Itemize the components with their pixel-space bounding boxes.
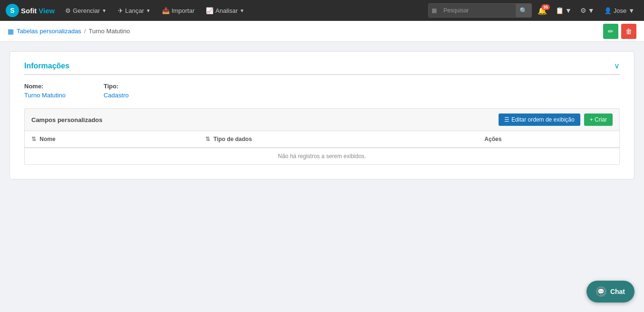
nav-gerenciar[interactable]: ⚙ Gerenciar ▼ [60,0,111,21]
brand-sofit: Sofit [21,7,37,15]
sort-icon: ⇅ [205,136,210,142]
caret-down-icon: ▼ [102,8,106,13]
clipboard-button[interactable]: 📋 ▼ [553,5,575,16]
grid-icon: ▦ [429,7,440,14]
import-icon: 📥 [162,7,170,14]
table-header-row: ⇅ Nome ⇅ Tipo de dados Ações [25,131,619,148]
chat-button[interactable]: 💬 Chat [586,281,634,303]
search-box: ▦ 🔍 [428,3,532,18]
brand: S Sofit View [6,4,55,17]
navbar-right: ▦ 🔍 🔔 35 📋 ▼ ⚙ ▼ 👤 Jose ▼ [428,3,638,18]
info-header: Informações ∨ [24,61,620,75]
breadcrumb-link[interactable]: Tabelas personalizadas [17,28,81,35]
th-name: ⇅ Nome [25,131,199,148]
brand-icon: S [6,4,19,17]
user-menu-button[interactable]: 👤 Jose ▼ [600,5,638,16]
th-actions: Ações [478,131,619,148]
create-button[interactable]: + Criar [584,113,613,126]
breadcrumb-actions: ✏ 🗑 [603,24,636,39]
launch-icon: ✈ [118,7,123,14]
sort-icon: ⇅ [31,136,36,142]
table-body: Não há registros a serem exibidos. [25,148,619,164]
info-fields: Nome: Turno Matutino Tipo: Cadastro [24,83,620,99]
info-title: Informações [24,62,69,70]
caret-down-icon: ▼ [628,7,634,14]
main-content: Informações ∨ Nome: Turno Matutino Tipo:… [0,42,644,189]
campos-title: Campos personalizados [31,116,103,123]
campos-actions: ☰ Editar ordem de exibição + Criar [499,113,613,126]
nav-lancar[interactable]: ✈ Lançar ▼ [113,0,155,21]
data-table: ⇅ Nome ⇅ Tipo de dados Ações [25,131,619,164]
search-button[interactable]: 🔍 [516,4,531,17]
type-value: Cadastro [104,92,129,99]
breadcrumb-separator: / [84,28,86,35]
name-value: Turno Matutino [24,92,66,99]
chevron-down-icon[interactable]: ∨ [614,61,620,70]
caret-down-icon: ▼ [146,8,151,13]
name-label: Nome: [24,83,66,90]
campos-section: Campos personalizados ☰ Editar ordem de … [24,108,620,165]
caret-down-icon: ▼ [240,8,244,13]
chat-icon: 💬 [596,286,606,297]
navbar: S Sofit View ⚙ Gerenciar ▼ ✈ Lançar ▼ 📥 … [0,0,644,21]
campos-header: Campos personalizados ☰ Editar ordem de … [25,109,619,131]
empty-message: Não há registros a serem exibidos. [25,148,619,164]
info-field-type: Tipo: Cadastro [104,83,129,99]
order-icon: ☰ [504,116,509,123]
table-head: ⇅ Nome ⇅ Tipo de dados Ações [25,131,619,148]
delete-button[interactable]: 🗑 [621,24,636,39]
caret-down-icon: ▼ [565,7,572,14]
caret-down-icon: ▼ [588,7,595,14]
edit-button[interactable]: ✏ [603,24,618,39]
nav-analisar[interactable]: 📈 Analisar ▼ [201,0,249,21]
info-field-name: Nome: Turno Matutino [24,83,66,99]
nav-importar[interactable]: 📥 Importar [157,0,199,21]
notification-badge: 35 [541,4,550,10]
table-container: ⇅ Nome ⇅ Tipo de dados Ações [25,131,619,164]
brand-view: View [38,7,55,15]
search-input[interactable] [440,5,516,16]
type-label: Tipo: [104,83,129,90]
table-empty-row: Não há registros a serem exibidos. [25,148,619,164]
breadcrumb-bar: ▦ Tabelas personalizadas / Turno Matutin… [0,21,644,42]
edit-order-button[interactable]: ☰ Editar ordem de exibição [499,113,580,126]
breadcrumb-current: Turno Matutino [89,28,130,35]
table-icon: ▦ [8,28,14,35]
info-section: Informações ∨ Nome: Turno Matutino Tipo:… [24,61,620,99]
gear-icon: ⚙ [65,7,71,14]
chart-icon: 📈 [206,7,213,14]
th-type: ⇅ Tipo de dados [199,131,478,148]
notifications-button[interactable]: 🔔 35 [535,4,550,17]
settings-button[interactable]: ⚙ ▼ [577,5,597,16]
breadcrumb: ▦ Tabelas personalizadas / Turno Matutin… [8,28,130,35]
main-card: Informações ∨ Nome: Turno Matutino Tipo:… [10,51,634,180]
